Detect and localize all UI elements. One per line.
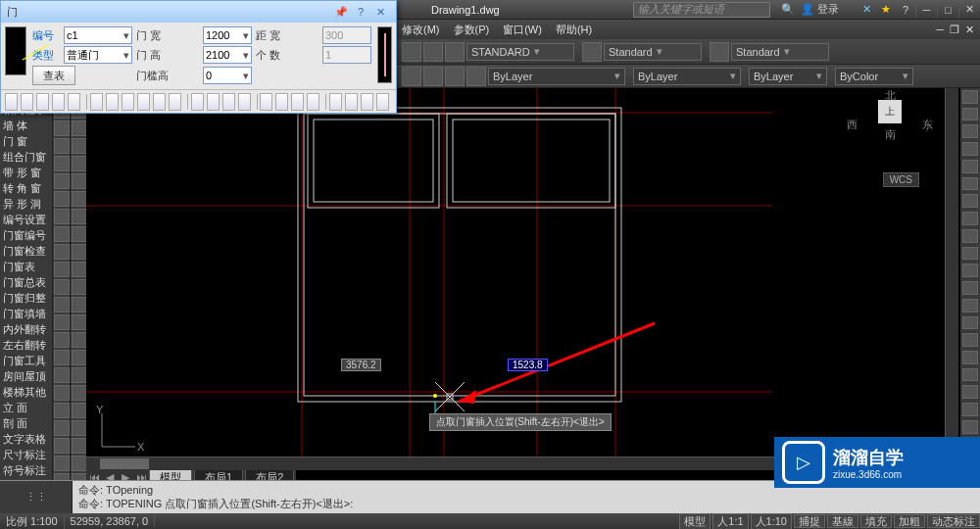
tool-icon[interactable] bbox=[445, 42, 465, 62]
command-grip[interactable]: ⋮⋮ bbox=[0, 481, 73, 513]
command-prompt[interactable]: 命令: TOPENING 点取门窗插入位置(Shift-左右开)<退出>: bbox=[78, 497, 974, 510]
tool-icon[interactable] bbox=[54, 209, 70, 224]
compass-n[interactable]: 北 bbox=[851, 88, 929, 103]
tool-icon[interactable] bbox=[962, 177, 978, 191]
status-toggle[interactable]: 填充 bbox=[860, 514, 892, 528]
tool-icon[interactable] bbox=[54, 350, 70, 365]
tool-icon[interactable] bbox=[72, 226, 87, 242]
tool-icon[interactable] bbox=[72, 209, 87, 224]
tool-icon[interactable] bbox=[962, 281, 978, 295]
tool-icon[interactable] bbox=[54, 226, 70, 242]
compass-top[interactable]: 上 bbox=[878, 100, 902, 123]
dlg-tool-icon[interactable] bbox=[345, 93, 358, 111]
tool-icon[interactable] bbox=[54, 156, 70, 171]
tool-icon[interactable] bbox=[962, 247, 978, 261]
sidebar-item[interactable]: 楼梯其他 bbox=[0, 384, 52, 400]
dlg-tool-icon[interactable] bbox=[122, 93, 134, 111]
layer-icon[interactable] bbox=[445, 67, 465, 86]
dlg-tool-icon[interactable] bbox=[36, 93, 49, 111]
tool-icon[interactable] bbox=[72, 297, 87, 313]
tool-icon[interactable] bbox=[54, 297, 70, 313]
help-icon[interactable]: ? bbox=[898, 2, 913, 18]
tool-icon[interactable] bbox=[72, 438, 87, 454]
dlg-tool-icon[interactable] bbox=[153, 93, 166, 111]
compass-s[interactable]: 南 bbox=[851, 127, 929, 142]
tool-icon[interactable] bbox=[54, 367, 70, 383]
tool-icon[interactable] bbox=[962, 316, 978, 330]
tool-icon[interactable] bbox=[72, 191, 87, 207]
dlg-tool-icon[interactable] bbox=[329, 93, 342, 111]
sidebar-item[interactable]: 符号标注 bbox=[0, 462, 52, 478]
field-menkuan[interactable]: 1200 bbox=[203, 26, 252, 44]
tool-icon[interactable] bbox=[54, 420, 70, 436]
sidebar-item[interactable]: 左右翻转 bbox=[0, 337, 52, 353]
sidebar-item[interactable]: 异 形 洞 bbox=[0, 196, 52, 212]
dlg-tool-icon[interactable] bbox=[21, 93, 33, 111]
color-combo[interactable]: ByColor bbox=[835, 68, 913, 85]
dlg-tool-icon[interactable] bbox=[307, 93, 319, 111]
sidebar-item[interactable]: 编号设置 bbox=[0, 212, 52, 227]
tool-icon[interactable] bbox=[962, 264, 978, 277]
tool-icon[interactable] bbox=[402, 42, 421, 62]
tool-icon[interactable] bbox=[962, 420, 978, 434]
sidebar-item[interactable]: 剖 面 bbox=[0, 415, 52, 431]
door-elev-preview[interactable] bbox=[377, 26, 392, 83]
dlg-tool-icon[interactable] bbox=[222, 93, 235, 111]
sidebar-item[interactable]: 门窗填墙 bbox=[0, 306, 52, 321]
menu-window[interactable]: 窗口(W) bbox=[503, 23, 542, 37]
tool-icon[interactable] bbox=[962, 194, 978, 208]
tool-icon[interactable] bbox=[423, 42, 443, 62]
dlg-tool-icon[interactable] bbox=[361, 93, 373, 111]
field-mengao[interactable]: 2100 bbox=[203, 46, 252, 64]
tool-icon[interactable] bbox=[72, 314, 87, 330]
tool-icon[interactable] bbox=[54, 244, 70, 260]
tool-icon[interactable] bbox=[962, 212, 978, 225]
close-button[interactable]: ✕ bbox=[958, 2, 980, 18]
tool-icon[interactable] bbox=[962, 299, 978, 313]
dlg-tool-icon[interactable] bbox=[137, 93, 150, 111]
linetype-combo[interactable]: ByLayer bbox=[633, 68, 741, 85]
tool-icon[interactable] bbox=[72, 332, 87, 348]
tool-icon[interactable] bbox=[54, 138, 70, 154]
status-anno110[interactable]: 人1:10 bbox=[751, 513, 792, 530]
status-toggle[interactable]: 基線 bbox=[827, 514, 858, 528]
status-toggle[interactable]: 捕捉 bbox=[794, 514, 825, 528]
doc-close-button[interactable]: ✕ bbox=[965, 24, 974, 36]
tool-icon[interactable] bbox=[54, 332, 70, 348]
tool-icon[interactable] bbox=[72, 350, 87, 365]
tool-icon[interactable] bbox=[962, 124, 978, 138]
sidebar-item[interactable]: 组合门窗 bbox=[0, 149, 52, 165]
dlg-tool-icon[interactable] bbox=[376, 93, 389, 111]
dialog-help-icon[interactable]: ? bbox=[351, 6, 370, 19]
star-icon[interactable]: ★ bbox=[878, 2, 894, 18]
tool-icon[interactable] bbox=[54, 385, 70, 401]
dlg-tool-icon[interactable] bbox=[52, 93, 65, 111]
sidebar-item[interactable]: 门窗检查 bbox=[0, 243, 52, 259]
tool-icon[interactable] bbox=[962, 403, 978, 416]
tool-icon[interactable] bbox=[72, 403, 87, 418]
dlg-tool-icon[interactable] bbox=[275, 93, 288, 111]
dialog-close-icon[interactable]: ✕ bbox=[370, 6, 390, 19]
layer-icon[interactable] bbox=[423, 67, 443, 86]
chabiao-button[interactable]: 查表 bbox=[32, 66, 75, 85]
tool-icon[interactable] bbox=[962, 108, 978, 121]
dlg-tool-icon[interactable] bbox=[68, 93, 80, 111]
tool-icon[interactable] bbox=[962, 385, 978, 399]
dim-style-icon[interactable] bbox=[582, 42, 602, 62]
maximize-button[interactable]: □ bbox=[937, 2, 958, 18]
compass-e[interactable]: 东 bbox=[922, 118, 933, 132]
dialog-pin-icon[interactable]: 📌 bbox=[331, 6, 351, 19]
minimize-button[interactable]: ─ bbox=[915, 2, 937, 18]
dlg-tool-icon[interactable] bbox=[291, 93, 304, 111]
vertical-scrollbar[interactable] bbox=[945, 88, 958, 457]
tool-icon[interactable] bbox=[72, 456, 87, 471]
dim-style-combo[interactable]: Standard bbox=[604, 43, 702, 61]
search-input[interactable]: 输入关键字或短语 bbox=[633, 2, 770, 18]
sidebar-item[interactable]: 门窗总表 bbox=[0, 274, 52, 290]
field-leixing[interactable]: 普通门 bbox=[64, 46, 132, 64]
tool-icon[interactable] bbox=[72, 279, 87, 295]
exchange-icon[interactable]: ✕ bbox=[858, 2, 874, 18]
sidebar-item[interactable]: 带 形 窗 bbox=[0, 165, 52, 180]
text-style-combo[interactable]: STANDARD bbox=[466, 43, 574, 61]
menu-modify[interactable]: 修改(M) bbox=[402, 23, 440, 37]
